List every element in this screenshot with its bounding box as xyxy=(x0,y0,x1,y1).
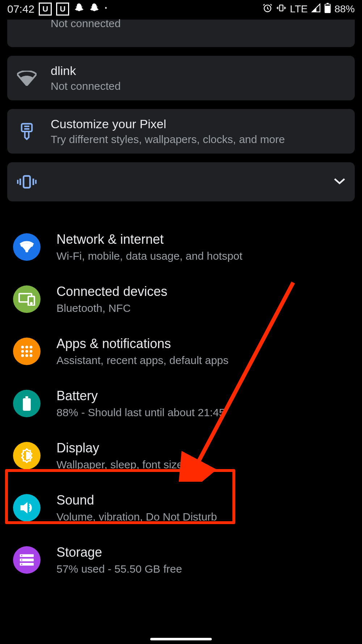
storage-subtitle: 57% used - 55.50 GB free xyxy=(56,563,349,575)
svg-rect-3 xyxy=(327,3,329,4)
chevron-down-icon[interactable] xyxy=(333,177,346,187)
svg-point-13 xyxy=(25,346,28,349)
svg-point-20 xyxy=(30,354,33,357)
network-subtitle: Wi-Fi, mobile, data usage, and hotspot xyxy=(56,250,349,262)
apps-icon xyxy=(13,338,41,365)
svg-point-18 xyxy=(21,354,24,357)
svg-point-7 xyxy=(25,250,28,252)
storage-title: Storage xyxy=(56,545,349,560)
display-title: Display xyxy=(56,440,349,456)
vibrate-icon xyxy=(16,175,38,189)
svg-point-11 xyxy=(31,303,32,304)
settings-storage[interactable]: Storage 57% used - 55.50 GB free xyxy=(0,534,362,586)
settings-sound[interactable]: Sound Volume, vibration, Do Not Disturb xyxy=(0,482,362,534)
wifi-truncated-status: Not connected xyxy=(51,17,346,30)
sound-subtitle: Volume, vibration, Do Not Disturb xyxy=(56,511,349,523)
svg-point-19 xyxy=(25,354,28,357)
network-type: LTE xyxy=(290,3,308,15)
sound-title: Sound xyxy=(56,493,349,508)
status-time: 07:42 xyxy=(7,3,34,15)
svg-point-12 xyxy=(21,346,24,349)
devices-icon xyxy=(13,285,41,313)
settings-display[interactable]: Display Wallpaper, sleep, font size xyxy=(0,430,362,482)
wifi-card-truncated[interactable]: Not connected xyxy=(7,20,355,47)
connected-title: Connected devices xyxy=(56,284,349,299)
apps-title: Apps & notifications xyxy=(56,336,349,351)
battery-percent: 88% xyxy=(334,3,355,15)
svg-point-27 xyxy=(21,559,22,561)
vibrate-status-icon xyxy=(276,3,286,16)
wifi-status: Not connected xyxy=(51,80,346,92)
status-right: LTE 88% xyxy=(262,3,355,16)
alarm-icon xyxy=(262,3,273,16)
svg-rect-21 xyxy=(23,398,31,411)
svg-point-17 xyxy=(30,350,33,353)
signal-icon xyxy=(311,3,321,15)
settings-connected-devices[interactable]: Connected devices Bluetooth, NFC xyxy=(0,273,362,325)
snapchat-icon-2 xyxy=(89,3,100,16)
battery-icon xyxy=(324,3,331,16)
display-subtitle: Wallpaper, sleep, font size xyxy=(56,459,349,471)
wifi-icon xyxy=(13,233,41,261)
sound-icon xyxy=(13,494,41,522)
battery-subtitle: 88% - Should last until about 21:45 xyxy=(56,406,349,419)
svg-point-26 xyxy=(21,555,22,556)
storage-icon xyxy=(13,546,41,574)
svg-point-15 xyxy=(21,350,24,353)
svg-rect-4 xyxy=(325,4,330,6)
svg-point-28 xyxy=(21,564,22,565)
apps-subtitle: Assistant, recent apps, default apps xyxy=(56,354,349,367)
svg-point-16 xyxy=(25,350,28,353)
settings-network[interactable]: Network & internet Wi-Fi, mobile, data u… xyxy=(0,221,362,273)
svg-rect-6 xyxy=(24,176,30,188)
styles-icon xyxy=(16,122,38,141)
battery-setting-icon xyxy=(13,390,41,417)
app-icon-u2: U xyxy=(56,3,69,16)
svg-rect-1 xyxy=(279,5,283,11)
customize-title: Customize your Pixel xyxy=(51,117,346,131)
connected-subtitle: Bluetooth, NFC xyxy=(56,302,349,314)
status-left: 07:42 U U · xyxy=(7,3,108,16)
display-icon xyxy=(13,442,41,469)
snapchat-icon xyxy=(73,3,84,16)
settings-apps[interactable]: Apps & notifications Assistant, recent a… xyxy=(0,325,362,377)
network-title: Network & internet xyxy=(56,232,349,247)
svg-rect-5 xyxy=(22,124,32,131)
wifi-off-icon xyxy=(16,71,38,86)
wifi-card-dlink[interactable]: dlink Not connected xyxy=(7,56,355,100)
customize-subtitle: Try different styles, wallpapers, clocks… xyxy=(51,133,346,146)
battery-title: Battery xyxy=(56,388,349,403)
settings-battery[interactable]: Battery 88% - Should last until about 21… xyxy=(0,377,362,430)
svg-point-14 xyxy=(30,346,33,349)
wifi-name: dlink xyxy=(51,64,346,78)
customize-pixel-card[interactable]: Customize your Pixel Try different style… xyxy=(7,109,355,154)
status-bar: 07:42 U U · LTE 88% xyxy=(0,0,362,18)
svg-rect-22 xyxy=(25,396,28,398)
nav-bar-indicator[interactable] xyxy=(150,638,212,640)
app-icon-u1: U xyxy=(39,3,52,16)
ringer-mode-card[interactable] xyxy=(7,162,355,201)
